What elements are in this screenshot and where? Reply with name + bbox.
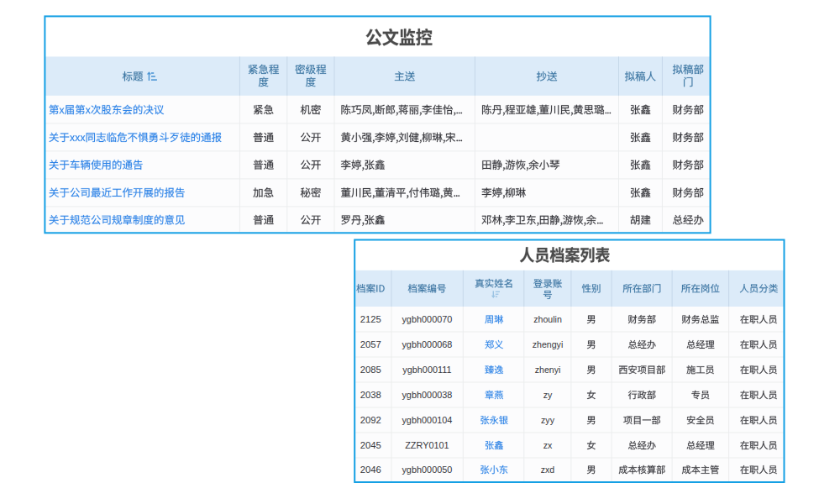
svg-text:2092: 2092 [360, 415, 381, 425]
svg-text:2085: 2085 [360, 365, 381, 375]
svg-text:zxd: zxd [541, 465, 555, 475]
svg-text:ygbh000050: ygbh000050 [402, 465, 452, 475]
svg-text:2045: 2045 [360, 440, 381, 450]
svg-text:2057: 2057 [360, 339, 381, 349]
svg-text:zhengyi: zhengyi [533, 339, 564, 349]
svg-text:ygbh000068: ygbh000068 [402, 339, 452, 349]
svg-text:zyy: zyy [541, 415, 555, 425]
svg-text:zhoulin: zhoulin [533, 314, 562, 324]
svg-text:ygbh000104: ygbh000104 [402, 415, 452, 425]
svg-text:ygbh000038: ygbh000038 [402, 390, 452, 400]
svg-text:zx: zx [543, 440, 553, 450]
svg-text:2038: 2038 [360, 390, 381, 400]
svg-text:zhenyi: zhenyi [535, 365, 561, 375]
svg-text:ygbh000111: ygbh000111 [402, 365, 451, 375]
svg-text:2125: 2125 [360, 314, 381, 324]
svg-text:zy: zy [543, 390, 553, 400]
svg-text:2046: 2046 [360, 465, 381, 475]
svg-text:ZZRY0101: ZZRY0101 [405, 440, 449, 450]
svg-text:ygbh000070: ygbh000070 [402, 314, 452, 324]
